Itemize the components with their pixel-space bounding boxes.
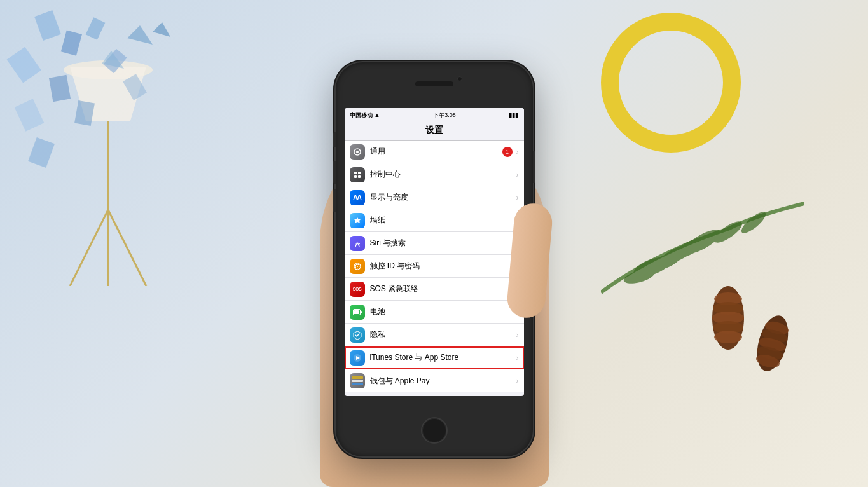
label-privacy: 隐私 [370,329,515,340]
icon-sos: SOS [350,282,365,297]
label-itunes: iTunes Store 与 App Store [370,352,515,363]
label-battery: 电池 [370,306,515,317]
svg-rect-13 [123,74,147,100]
svg-rect-5 [34,10,61,41]
settings-list: 通用 1 › 控制中心 › AA 显示与亮度 › [345,141,524,392]
settings-row-general[interactable]: 通用 1 › [345,141,524,163]
svg-rect-42 [354,175,357,178]
settings-row-control[interactable]: 控制中心 › [345,163,524,186]
chevron-wallet: › [516,376,519,385]
icon-general [350,144,365,160]
label-wallpaper: 墙纸 [370,215,515,226]
settings-row-itunes[interactable]: iTunes Store 与 App Store › [345,346,524,369]
wifi-icon: ▲ [375,112,380,118]
svg-rect-52 [352,380,363,382]
phone-screen: 中国移动 ▲ 下午3:08 ▮▮▮ 设置 通用 1 › [345,108,524,396]
phone-camera [457,76,462,81]
settings-row-battery[interactable]: 电池 › [345,301,524,324]
svg-rect-41 [358,172,361,174]
icon-touchid [350,259,365,274]
label-general: 通用 [370,146,502,157]
svg-point-31 [714,331,742,343]
svg-rect-40 [354,172,357,174]
status-bar: 中国移动 ▲ 下午3:08 ▮▮▮ [345,108,524,122]
settings-row-display[interactable]: AA 显示与亮度 › [345,186,524,209]
svg-rect-48 [361,311,362,313]
label-siri: Siri 与搜索 [370,238,515,249]
chevron-control: › [516,170,519,179]
settings-row-wallet[interactable]: 钱包与 Apple Pay › [345,369,524,392]
icon-display: AA [350,190,365,205]
status-bar-left: 中国移动 ▲ [350,111,380,120]
icon-siri [350,236,365,251]
svg-rect-9 [49,75,71,102]
battery-icon: ▮▮▮ [509,112,518,118]
icon-wallet [350,373,365,388]
svg-rect-14 [28,137,55,168]
power-button[interactable] [533,151,535,183]
volume-down-button[interactable] [333,189,336,212]
svg-rect-8 [86,17,106,40]
badge-general: 1 [502,147,513,157]
decorative-yellow-circle [601,13,741,153]
chevron-itunes: › [516,353,519,362]
decorative-pine [601,178,804,394]
icon-wallpaper [350,213,365,228]
volume-up-button[interactable] [333,161,336,184]
svg-rect-43 [358,175,361,178]
mute-switch[interactable] [333,132,336,147]
chevron-display: › [516,193,519,202]
svg-rect-53 [352,383,363,385]
icon-privacy [350,327,365,343]
carrier-label: 中国移动 [350,111,373,120]
icon-control [350,167,365,182]
svg-rect-7 [6,47,41,83]
svg-rect-12 [74,100,95,126]
svg-marker-15 [127,25,153,45]
svg-rect-51 [352,376,363,379]
svg-rect-49 [354,310,359,314]
settings-row-wallpaper[interactable]: 墙纸 › [345,209,524,232]
chevron-general: › [516,147,519,156]
label-sos: SOS 紧急联络 [370,284,515,294]
svg-rect-6 [61,30,82,55]
svg-marker-17 [153,22,170,37]
svg-point-46 [357,266,358,267]
phone-speaker [415,81,453,86]
label-control: 控制中心 [370,169,515,180]
label-wallet: 钱包与 Apple Pay [370,376,515,387]
status-bar-right: ▮▮▮ [509,112,518,118]
settings-row-touchid[interactable]: 触控 ID 与密码 › [345,255,524,278]
decorative-confetti [0,0,229,254]
settings-row-siri[interactable]: Siri 与搜索 › [345,232,524,255]
settings-row-sos[interactable]: SOS SOS 紧急联络 › [345,278,524,301]
label-touchid: 触控 ID 与密码 [370,261,515,271]
icon-itunes [350,350,365,366]
label-display: 显示与亮度 [370,192,515,203]
settings-row-privacy[interactable]: 隐私 › [345,324,524,346]
nav-title: 设置 [345,122,524,141]
chevron-privacy: › [516,331,519,340]
icon-battery [350,305,365,320]
home-button[interactable] [421,417,448,444]
svg-point-39 [356,151,359,153]
phone-frame: 中国移动 ▲ 下午3:08 ▮▮▮ 设置 通用 1 › [336,62,533,456]
status-bar-time: 下午3:08 [433,111,456,120]
svg-rect-11 [15,99,45,132]
